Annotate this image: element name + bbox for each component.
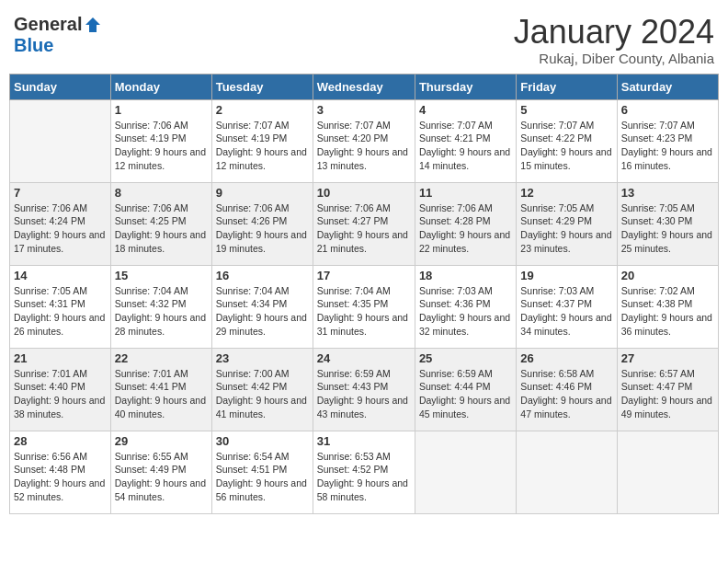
calendar-day-cell: 25Sunrise: 6:59 AMSunset: 4:44 PMDayligh…: [415, 348, 516, 431]
calendar-day-cell: 16Sunrise: 7:04 AMSunset: 4:34 PMDayligh…: [211, 265, 313, 348]
day-info: Sunrise: 7:05 AMSunset: 4:31 PMDaylight:…: [14, 284, 107, 339]
day-info: Sunrise: 7:00 AMSunset: 4:42 PMDaylight:…: [216, 367, 309, 421]
calendar-day-cell: 12Sunrise: 7:05 AMSunset: 4:29 PMDayligh…: [517, 182, 617, 265]
calendar-day-cell: 14Sunrise: 7:05 AMSunset: 4:31 PMDayligh…: [10, 265, 111, 348]
calendar-day-cell: 11Sunrise: 7:06 AMSunset: 4:28 PMDayligh…: [415, 182, 516, 265]
day-number: 11: [419, 186, 512, 200]
day-info: Sunrise: 7:04 AMSunset: 4:32 PMDaylight:…: [115, 284, 208, 339]
day-info: Sunrise: 7:05 AMSunset: 4:30 PMDaylight:…: [621, 201, 714, 256]
day-number: 3: [317, 103, 411, 117]
calendar-day-cell: [617, 431, 718, 513]
calendar-week-row: 14Sunrise: 7:05 AMSunset: 4:31 PMDayligh…: [10, 265, 719, 348]
location: Rukaj, Diber County, Albania: [514, 51, 714, 66]
day-number: 27: [621, 351, 714, 365]
calendar-day-cell: 17Sunrise: 7:04 AMSunset: 4:35 PMDayligh…: [313, 265, 415, 348]
day-info: Sunrise: 7:07 AMSunset: 4:20 PMDaylight:…: [317, 119, 411, 173]
column-header-thursday: Thursday: [415, 74, 516, 99]
day-info: Sunrise: 6:55 AMSunset: 4:49 PMDaylight:…: [115, 450, 208, 504]
day-number: 13: [621, 186, 714, 200]
day-number: 2: [216, 103, 309, 117]
calendar-table: SundayMondayTuesdayWednesdayThursdayFrid…: [9, 74, 719, 514]
calendar-week-row: 28Sunrise: 6:56 AMSunset: 4:48 PMDayligh…: [10, 431, 719, 513]
day-info: Sunrise: 6:59 AMSunset: 4:44 PMDaylight:…: [419, 367, 512, 421]
day-info: Sunrise: 7:02 AMSunset: 4:38 PMDaylight:…: [621, 284, 714, 339]
day-info: Sunrise: 7:06 AMSunset: 4:28 PMDaylight:…: [419, 201, 512, 256]
calendar-week-row: 1Sunrise: 7:06 AMSunset: 4:19 PMDaylight…: [10, 99, 719, 182]
logo-general-text: General: [14, 14, 82, 35]
logo-icon: [84, 16, 102, 34]
logo: General Blue: [14, 14, 102, 56]
calendar-day-cell: 21Sunrise: 7:01 AMSunset: 4:40 PMDayligh…: [10, 348, 111, 431]
day-number: 9: [216, 186, 309, 200]
day-info: Sunrise: 7:03 AMSunset: 4:36 PMDaylight:…: [419, 284, 512, 339]
title-block: January 2024 Rukaj, Diber County, Albani…: [514, 14, 714, 66]
column-header-saturday: Saturday: [617, 74, 718, 99]
day-info: Sunrise: 7:07 AMSunset: 4:19 PMDaylight:…: [216, 119, 309, 173]
calendar-header-row: SundayMondayTuesdayWednesdayThursdayFrid…: [10, 74, 719, 99]
calendar-day-cell: 28Sunrise: 6:56 AMSunset: 4:48 PMDayligh…: [10, 431, 111, 513]
calendar-day-cell: 20Sunrise: 7:02 AMSunset: 4:38 PMDayligh…: [617, 265, 718, 348]
calendar-day-cell: 19Sunrise: 7:03 AMSunset: 4:37 PMDayligh…: [517, 265, 617, 348]
day-number: 7: [14, 186, 107, 200]
day-number: 31: [317, 434, 411, 448]
calendar-day-cell: 8Sunrise: 7:06 AMSunset: 4:25 PMDaylight…: [110, 182, 211, 265]
day-info: Sunrise: 6:53 AMSunset: 4:52 PMDaylight:…: [317, 450, 411, 504]
calendar-day-cell: 2Sunrise: 7:07 AMSunset: 4:19 PMDaylight…: [211, 99, 313, 182]
day-number: 21: [14, 351, 107, 365]
calendar-day-cell: 13Sunrise: 7:05 AMSunset: 4:30 PMDayligh…: [617, 182, 718, 265]
calendar-day-cell: [10, 99, 111, 182]
day-info: Sunrise: 7:07 AMSunset: 4:22 PMDaylight:…: [520, 119, 612, 173]
calendar-day-cell: 9Sunrise: 7:06 AMSunset: 4:26 PMDaylight…: [211, 182, 313, 265]
day-info: Sunrise: 6:56 AMSunset: 4:48 PMDaylight:…: [14, 450, 107, 504]
calendar-week-row: 21Sunrise: 7:01 AMSunset: 4:40 PMDayligh…: [10, 348, 719, 431]
day-number: 23: [216, 351, 309, 365]
day-number: 15: [115, 269, 208, 282]
day-number: 17: [317, 269, 411, 282]
day-number: 29: [115, 434, 208, 448]
day-number: 4: [419, 103, 512, 117]
day-number: 25: [419, 351, 512, 365]
calendar-day-cell: 29Sunrise: 6:55 AMSunset: 4:49 PMDayligh…: [110, 431, 211, 513]
day-number: 12: [520, 186, 612, 200]
day-info: Sunrise: 6:59 AMSunset: 4:43 PMDaylight:…: [317, 367, 411, 421]
day-info: Sunrise: 7:06 AMSunset: 4:26 PMDaylight:…: [216, 201, 309, 256]
calendar-day-cell: 7Sunrise: 7:06 AMSunset: 4:24 PMDaylight…: [10, 182, 111, 265]
calendar-day-cell: 15Sunrise: 7:04 AMSunset: 4:32 PMDayligh…: [110, 265, 211, 348]
calendar-day-cell: 30Sunrise: 6:54 AMSunset: 4:51 PMDayligh…: [211, 431, 313, 513]
column-header-monday: Monday: [110, 74, 211, 99]
calendar-week-row: 7Sunrise: 7:06 AMSunset: 4:24 PMDaylight…: [10, 182, 719, 265]
day-info: Sunrise: 6:57 AMSunset: 4:47 PMDaylight:…: [621, 367, 714, 421]
day-number: 24: [317, 351, 411, 365]
calendar-day-cell: 10Sunrise: 7:06 AMSunset: 4:27 PMDayligh…: [313, 182, 415, 265]
calendar-day-cell: [415, 431, 516, 513]
svg-marker-0: [85, 17, 100, 32]
calendar-day-cell: 5Sunrise: 7:07 AMSunset: 4:22 PMDaylight…: [517, 99, 617, 182]
day-info: Sunrise: 7:07 AMSunset: 4:21 PMDaylight:…: [419, 119, 512, 173]
month-title: January 2024: [514, 14, 714, 51]
day-number: 1: [115, 103, 208, 117]
calendar-day-cell: 24Sunrise: 6:59 AMSunset: 4:43 PMDayligh…: [313, 348, 415, 431]
day-number: 26: [520, 351, 612, 365]
day-number: 28: [14, 434, 107, 448]
calendar-day-cell: 6Sunrise: 7:07 AMSunset: 4:23 PMDaylight…: [617, 99, 718, 182]
day-number: 18: [419, 269, 512, 282]
day-info: Sunrise: 7:01 AMSunset: 4:41 PMDaylight:…: [115, 367, 208, 421]
column-header-sunday: Sunday: [10, 74, 111, 99]
calendar-day-cell: 22Sunrise: 7:01 AMSunset: 4:41 PMDayligh…: [110, 348, 211, 431]
day-info: Sunrise: 7:01 AMSunset: 4:40 PMDaylight:…: [14, 367, 107, 421]
day-number: 20: [621, 269, 714, 282]
day-info: Sunrise: 7:03 AMSunset: 4:37 PMDaylight:…: [520, 284, 612, 339]
day-number: 8: [115, 186, 208, 200]
calendar-day-cell: [517, 431, 617, 513]
calendar-day-cell: 1Sunrise: 7:06 AMSunset: 4:19 PMDaylight…: [110, 99, 211, 182]
day-number: 16: [216, 269, 309, 282]
day-number: 19: [520, 269, 612, 282]
calendar-day-cell: 23Sunrise: 7:00 AMSunset: 4:42 PMDayligh…: [211, 348, 313, 431]
day-number: 10: [317, 186, 411, 200]
calendar-day-cell: 18Sunrise: 7:03 AMSunset: 4:36 PMDayligh…: [415, 265, 516, 348]
day-info: Sunrise: 7:07 AMSunset: 4:23 PMDaylight:…: [621, 119, 714, 173]
day-number: 22: [115, 351, 208, 365]
logo-blue-text: Blue: [14, 35, 53, 56]
page-header: General Blue January 2024 Rukaj, Diber C…: [9, 9, 719, 66]
calendar-day-cell: 4Sunrise: 7:07 AMSunset: 4:21 PMDaylight…: [415, 99, 516, 182]
